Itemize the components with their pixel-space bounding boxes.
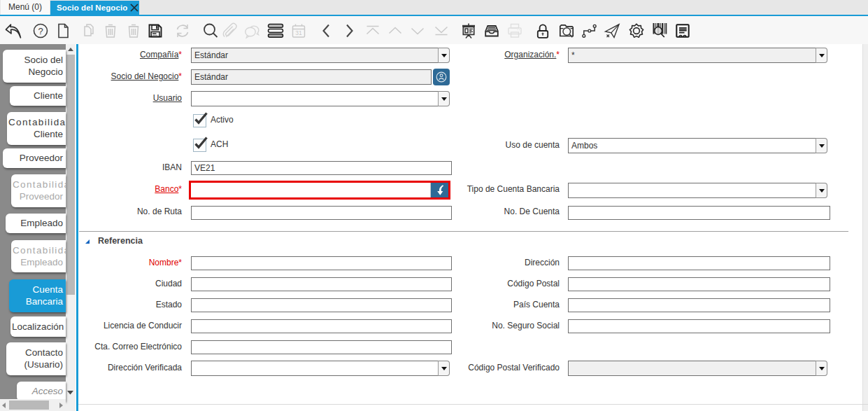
- svg-text:?: ?: [38, 26, 43, 36]
- svg-text:31: 31: [295, 29, 302, 36]
